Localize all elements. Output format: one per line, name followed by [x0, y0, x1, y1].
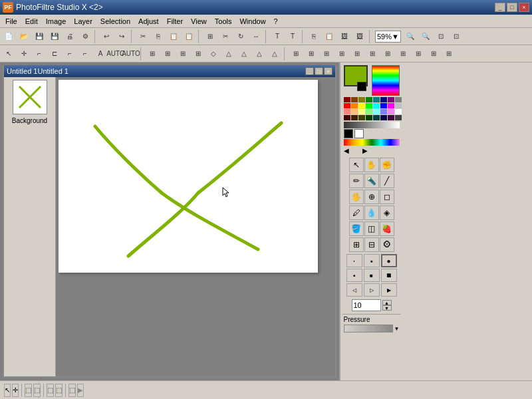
color-cell-23[interactable]	[395, 109, 402, 114]
color-cell-11[interactable]	[366, 103, 372, 108]
tool-t20[interactable]: ⊞	[304, 47, 319, 61]
layer-thumbnail[interactable]	[13, 80, 47, 114]
menu-selection[interactable]: Selection	[96, 16, 134, 27]
menu-edit[interactable]: Edit	[21, 16, 42, 27]
new-button[interactable]: 📄	[1, 29, 16, 44]
save-button[interactable]: 💾	[32, 29, 47, 44]
fruit-tool[interactable]: 🍓	[380, 221, 394, 236]
color-spectrum[interactable]	[372, 65, 400, 96]
tool-t2[interactable]: ✛	[17, 47, 31, 61]
maximize-button[interactable]: □	[507, 3, 517, 12]
doc-minimize[interactable]: _	[305, 67, 314, 75]
dot-arrow-mid[interactable]: ▷	[364, 283, 380, 297]
color-cell-5[interactable]	[380, 97, 387, 102]
text2-button[interactable]: T	[285, 29, 300, 44]
canvas-area[interactable]	[56, 77, 335, 376]
copy3-button[interactable]: ⎘	[307, 29, 321, 44]
dot-small[interactable]: ●	[364, 254, 380, 267]
tool-t16[interactable]: △	[237, 47, 251, 61]
menu-window[interactable]: Window	[235, 16, 269, 27]
img-button[interactable]: 🖼	[337, 29, 352, 44]
select-tool[interactable]: ↖	[349, 158, 364, 172]
zoom-in-button[interactable]: 🔍	[403, 29, 418, 44]
print-button[interactable]: 🖨	[63, 29, 77, 44]
color-cell-12[interactable]	[373, 103, 380, 108]
tool-t15[interactable]: △	[221, 47, 236, 61]
color-cell-19[interactable]	[366, 109, 372, 114]
color-cell-15[interactable]	[395, 103, 402, 108]
stamp-tool[interactable]: ⊕	[364, 190, 379, 204]
settings-button[interactable]: ⚙	[78, 29, 92, 44]
rotate-button[interactable]: ↻	[233, 29, 248, 44]
tool-t12[interactable]: ⊞	[176, 47, 190, 61]
tool-t28[interactable]: ⊞	[426, 47, 441, 61]
color-cell-6[interactable]	[388, 97, 394, 102]
tool-t29[interactable]: ⊞	[442, 47, 456, 61]
resize-button[interactable]: ⊞	[203, 29, 217, 44]
line-tool[interactable]: ╱	[380, 174, 394, 188]
tool-t11[interactable]: ⊞	[160, 47, 175, 61]
menu-adjust[interactable]: Adjust	[134, 16, 163, 27]
color-cell-27[interactable]	[366, 115, 372, 120]
pencil-tool[interactable]: ✏	[349, 174, 364, 188]
size-input[interactable]	[352, 299, 381, 311]
color-cell-29[interactable]	[380, 115, 387, 120]
undo-button[interactable]: ↩	[99, 29, 114, 44]
tool-t6[interactable]: ⌐	[78, 47, 92, 61]
brush-tool[interactable]: 🖊	[349, 205, 364, 220]
next-arrow-icon[interactable]: ▶	[362, 147, 368, 154]
tool-t27[interactable]: ⊞	[411, 47, 426, 61]
tool-t25[interactable]: ⊞	[380, 47, 395, 61]
color-cell-31[interactable]	[395, 115, 402, 120]
copy-button[interactable]: ⎘	[151, 29, 166, 44]
paste-button[interactable]: 📋	[166, 29, 181, 44]
color-cell-30[interactable]	[388, 115, 394, 120]
color-cell-10[interactable]	[358, 103, 365, 108]
tool-t18[interactable]: △	[267, 47, 282, 61]
bl-tool-7[interactable]: ⬚	[68, 384, 76, 397]
menu-help[interactable]: ?	[270, 16, 282, 27]
drawing-canvas[interactable]	[59, 80, 318, 273]
paste3-button[interactable]: 📋	[322, 29, 336, 44]
color-cell-0[interactable]	[344, 97, 350, 102]
color-cell-18[interactable]	[358, 109, 365, 114]
grid2-tool[interactable]: ⊟	[364, 237, 379, 252]
tool-t23[interactable]: ⊞	[350, 47, 364, 61]
zoom-actual-button[interactable]: ⊡	[449, 29, 464, 44]
doc-maximize[interactable]: □	[315, 67, 323, 75]
gradient-tool[interactable]: ◫	[364, 221, 379, 236]
color-cell-24[interactable]	[344, 115, 350, 120]
dot-arrow-left[interactable]: ◁	[346, 283, 362, 297]
color-cell-2[interactable]	[358, 97, 365, 102]
paste2-button[interactable]: 📋	[182, 29, 196, 44]
blur-tool[interactable]: 💧	[364, 205, 379, 220]
tool-t7[interactable]: A	[93, 47, 108, 61]
zoom-dropdown[interactable]: 59% ▼	[375, 31, 401, 43]
brightness-bar[interactable]	[344, 122, 400, 128]
tool-t21[interactable]: ⊞	[319, 47, 334, 61]
color-cell-7[interactable]	[395, 97, 402, 102]
bl-tool-5[interactable]: ⬚	[47, 384, 54, 397]
color-cell-17[interactable]	[351, 109, 358, 114]
tool-t26[interactable]: ⊞	[396, 47, 410, 61]
dot-arrow-right[interactable]: ▶	[381, 283, 397, 297]
tool-t22[interactable]: ⊞	[334, 47, 349, 61]
black-color[interactable]	[344, 129, 353, 138]
color-cell-1[interactable]	[351, 97, 358, 102]
close-button[interactable]: ×	[519, 3, 529, 12]
bl-tool-3[interactable]: ⬚	[25, 384, 32, 397]
minimize-button[interactable]: _	[495, 3, 505, 12]
menu-tools[interactable]: Tools	[211, 16, 236, 27]
color-cell-9[interactable]	[351, 103, 358, 108]
color-cell-3[interactable]	[366, 97, 372, 102]
redo-button[interactable]: ↪	[114, 29, 129, 44]
color-cell-4[interactable]	[373, 97, 380, 102]
pressure-bar[interactable]	[344, 325, 393, 332]
tool-t3[interactable]: ⌐	[32, 47, 47, 61]
move-tool[interactable]: ✋	[364, 158, 379, 172]
bl-tool-4[interactable]: ⬚	[33, 384, 41, 397]
fill-tool[interactable]: 🪣	[349, 221, 364, 236]
zoom-fit-button[interactable]: ⊡	[434, 29, 448, 44]
menu-filter[interactable]: Filter	[163, 16, 187, 27]
tool-t4[interactable]: ⊏	[47, 47, 62, 61]
